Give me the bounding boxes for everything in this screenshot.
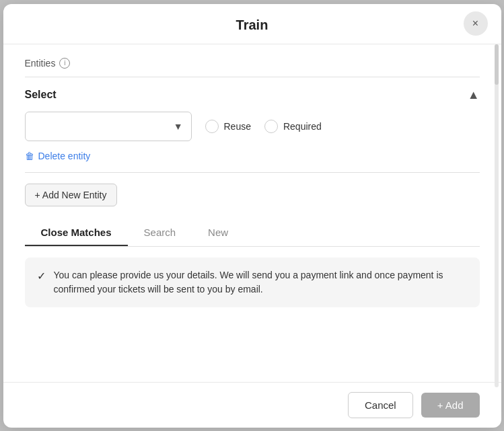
select-label: Select (25, 89, 57, 101)
trash-icon: 🗑 (25, 151, 34, 161)
modal-header: Train × (3, 4, 501, 44)
tab-new[interactable]: New (192, 220, 244, 246)
dropdown-arrow-icon: ▼ (174, 121, 183, 132)
required-label: Required (283, 121, 322, 132)
entities-section-label: Entities i (25, 58, 480, 69)
modal-footer: Cancel + Add (3, 382, 501, 428)
modal-overlay: Train × Entities i Select ▲ ▼ (0, 0, 504, 431)
select-row: Select ▲ (25, 88, 480, 102)
delete-entity-label: Delete entity (38, 151, 91, 161)
reuse-label: Reuse (224, 121, 251, 132)
delete-entity-button[interactable]: 🗑 Delete entity (25, 151, 480, 161)
modal-body: Entities i Select ▲ ▼ Reuse (3, 44, 501, 382)
scrollbar-thumb[interactable] (495, 44, 499, 85)
modal: Train × Entities i Select ▲ ▼ (3, 4, 501, 428)
add-button[interactable]: + Add (421, 393, 480, 418)
chevron-up-icon[interactable]: ▲ (468, 88, 480, 102)
required-checkbox-label[interactable]: Required (264, 120, 322, 133)
cancel-button[interactable]: Cancel (348, 392, 413, 418)
reuse-checkbox[interactable] (205, 120, 219, 133)
section-divider (25, 172, 480, 173)
modal-title: Train (236, 17, 268, 33)
tab-close-matches[interactable]: Close Matches (25, 220, 128, 246)
tab-new-label: New (208, 227, 228, 238)
select-controls: ▼ Reuse Required (25, 112, 480, 141)
add-new-entity-label: + Add New Entity (35, 190, 107, 200)
tab-search[interactable]: Search (128, 220, 192, 246)
reuse-checkbox-label[interactable]: Reuse (205, 120, 251, 133)
tabs-container: Close Matches Search New (25, 220, 480, 247)
tab-close-matches-label: Close Matches (41, 227, 112, 238)
scrollbar-track[interactable] (495, 44, 499, 387)
add-new-entity-button[interactable]: + Add New Entity (25, 184, 117, 206)
info-icon[interactable]: i (59, 58, 70, 69)
entity-dropdown[interactable]: ▼ (25, 112, 192, 141)
entities-divider (25, 77, 480, 77)
match-card: ✓ You can please provide us your details… (25, 258, 480, 307)
tab-search-label: Search (144, 227, 176, 238)
close-button[interactable]: × (464, 11, 488, 36)
match-card-text: You can please provide us your details. … (54, 268, 468, 297)
entities-label-text: Entities (25, 58, 56, 69)
checkmark-icon: ✓ (37, 270, 46, 282)
checkbox-group: Reuse Required (205, 120, 322, 133)
required-checkbox[interactable] (264, 120, 278, 133)
